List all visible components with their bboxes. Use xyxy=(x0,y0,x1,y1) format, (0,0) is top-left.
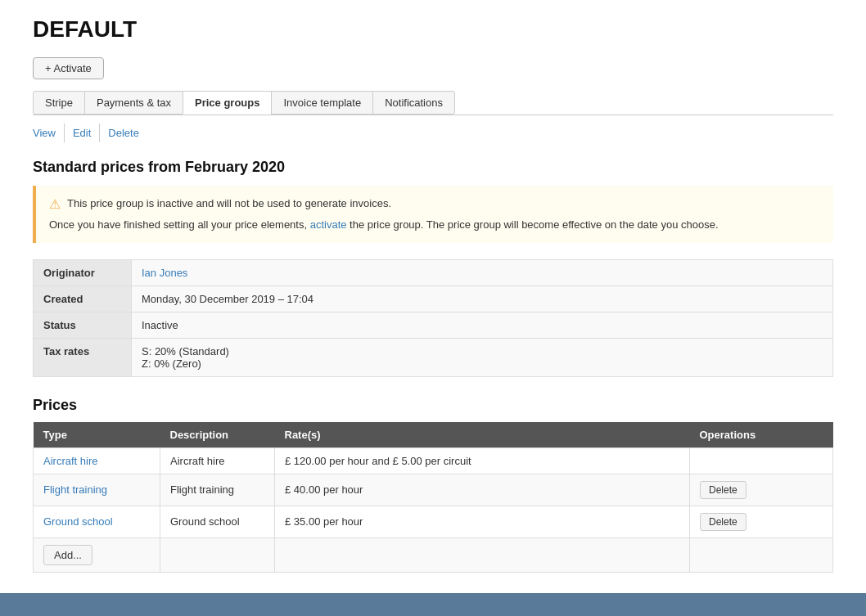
info-row-originator: Originator Ian Jones xyxy=(34,259,833,286)
delete-flight-training-button[interactable]: Delete xyxy=(700,481,746,499)
tab-payments-tax[interactable]: Payments & tax xyxy=(84,91,183,115)
row-rates-ground-school: £ 35.00 per hour xyxy=(275,506,690,537)
prices-table-header: Type Description Rate(s) Operations xyxy=(34,422,833,448)
sub-nav: View Edit Delete xyxy=(33,124,833,142)
row-type-flight-training: Flight training xyxy=(34,474,160,506)
add-row-rates xyxy=(275,537,690,572)
tax-rate-zero: Z: 0% (Zero) xyxy=(142,357,823,370)
alert-box: ⚠ This price group is inactive and will … xyxy=(33,186,833,243)
add-row: Add... xyxy=(34,537,833,572)
row-desc-ground-school: Ground school xyxy=(160,506,275,537)
prices-title: Prices xyxy=(33,397,833,414)
info-row-status: Status Inactive xyxy=(34,312,833,338)
info-label-created: Created xyxy=(34,286,132,312)
row-type-ground-school: Ground school xyxy=(34,506,160,537)
alert-post-text: the price group. The price group will be… xyxy=(346,218,718,231)
alert-activate-link[interactable]: activate xyxy=(310,218,347,231)
row-rates-aircraft-hire: £ 120.00 per hour and £ 5.00 per circuit xyxy=(275,447,690,474)
tab-divider xyxy=(33,115,833,115)
ground-school-link[interactable]: Ground school xyxy=(43,515,113,528)
section-title: Standard prices from February 2020 xyxy=(33,159,833,176)
aircraft-hire-link[interactable]: Aircraft hire xyxy=(43,455,97,467)
table-row: Aircraft hire Aircraft hire £ 120.00 per… xyxy=(34,447,833,474)
row-ops-aircraft-hire xyxy=(690,447,833,474)
info-row-tax-rates: Tax rates S: 20% (Standard) Z: 0% (Zero) xyxy=(34,338,833,376)
sub-nav-view[interactable]: View xyxy=(33,124,65,142)
sub-nav-delete[interactable]: Delete xyxy=(100,124,147,142)
prices-table: Type Description Rate(s) Operations Airc… xyxy=(33,422,833,573)
table-row: Ground school Ground school £ 35.00 per … xyxy=(34,506,833,537)
add-button[interactable]: Add... xyxy=(43,545,92,565)
info-value-status: Inactive xyxy=(132,312,833,338)
footer-bar xyxy=(0,593,866,616)
row-desc-flight-training: Flight training xyxy=(160,474,275,506)
alert-pre-text: Once you have finished setting all your … xyxy=(49,218,310,231)
row-type-aircraft-hire: Aircraft hire xyxy=(34,447,160,474)
info-value-originator: Ian Jones xyxy=(132,259,833,286)
flight-training-link[interactable]: Flight training xyxy=(43,483,107,496)
warning-icon: ⚠ xyxy=(49,196,61,212)
tab-stripe[interactable]: Stripe xyxy=(33,91,85,115)
row-ops-ground-school: Delete xyxy=(690,506,833,537)
info-value-tax-rates: S: 20% (Standard) Z: 0% (Zero) xyxy=(132,338,833,376)
add-button-cell: Add... xyxy=(34,537,160,572)
alert-line1: This price group is inactive and will no… xyxy=(67,196,391,212)
tax-rate-standard: S: 20% (Standard) xyxy=(142,345,823,357)
col-header-description: Description xyxy=(160,422,275,448)
alert-header: ⚠ This price group is inactive and will … xyxy=(49,196,820,212)
col-header-rates: Rate(s) xyxy=(275,422,690,448)
add-row-desc xyxy=(160,537,275,572)
info-label-status: Status xyxy=(34,312,132,338)
info-label-tax-rates: Tax rates xyxy=(34,338,132,376)
delete-ground-school-button[interactable]: Delete xyxy=(700,513,746,531)
row-ops-flight-training: Delete xyxy=(690,474,833,506)
table-row: Flight training Flight training £ 40.00 … xyxy=(34,474,833,506)
tab-bar: Stripe Payments & tax Price groups Invoi… xyxy=(33,91,833,115)
activate-button[interactable]: + Activate xyxy=(33,57,104,79)
info-table: Originator Ian Jones Created Monday, 30 … xyxy=(33,259,833,377)
info-row-created: Created Monday, 30 December 2019 – 17:04 xyxy=(34,286,833,312)
page-title: DEFAULT xyxy=(33,16,833,43)
tab-notifications[interactable]: Notifications xyxy=(372,91,455,115)
info-label-originator: Originator xyxy=(34,259,132,286)
tab-invoice-template[interactable]: Invoice template xyxy=(271,91,373,115)
tab-price-groups[interactable]: Price groups xyxy=(183,91,272,115)
originator-link[interactable]: Ian Jones xyxy=(142,267,187,279)
sub-nav-edit[interactable]: Edit xyxy=(65,124,100,142)
page-wrapper: DEFAULT + Activate Stripe Payments & tax… xyxy=(0,0,866,616)
alert-line2: Once you have finished setting all your … xyxy=(49,217,820,233)
row-rates-flight-training: £ 40.00 per hour xyxy=(275,474,690,506)
row-desc-aircraft-hire: Aircraft hire xyxy=(160,447,275,474)
col-header-operations: Operations xyxy=(690,422,833,448)
info-value-created: Monday, 30 December 2019 – 17:04 xyxy=(132,286,833,312)
add-row-ops xyxy=(690,537,833,572)
col-header-type: Type xyxy=(34,422,160,448)
